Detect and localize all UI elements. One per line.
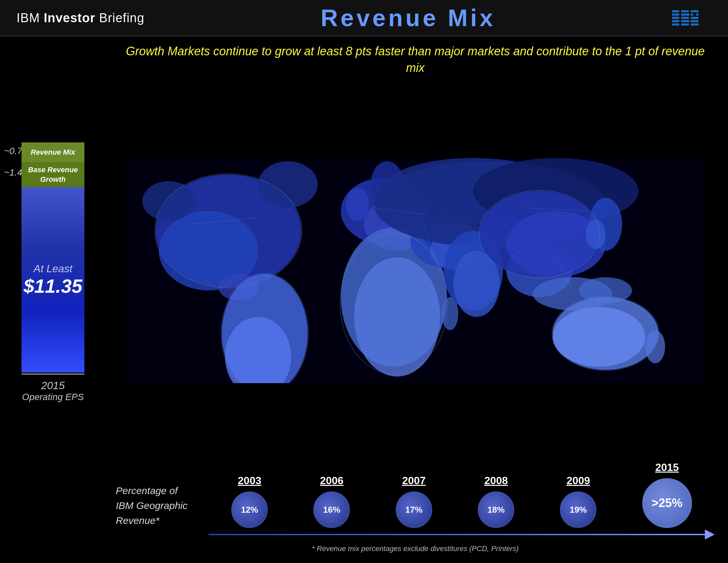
svg-rect-3 <box>672 20 679 22</box>
bar-main-value: $11.35 <box>23 275 82 297</box>
arrow-head-icon <box>705 530 715 540</box>
timeline-years: 2003 12% 2006 16% 2007 17% 20 <box>208 461 715 531</box>
logo-text-ibm: IBM <box>17 11 44 25</box>
svg-rect-7 <box>681 17 689 19</box>
right-panel: Growth Markets continue to grow at least… <box>103 36 728 563</box>
year-col-2007: 2007 17% <box>396 475 432 528</box>
year-col-2006: 2006 16% <box>313 475 350 528</box>
year-label-2007: 2007 <box>402 475 426 487</box>
bar-year-label: 2015 <box>22 380 84 392</box>
pct-circle-2009: 19% <box>560 492 596 528</box>
header: IBM Investor Briefing Revenue Mix <box>0 0 728 36</box>
svg-rect-1 <box>672 14 679 16</box>
header-logo: IBM Investor Briefing <box>17 11 144 25</box>
svg-point-47 <box>645 330 665 363</box>
svg-rect-13 <box>691 17 699 19</box>
svg-point-46 <box>553 307 645 367</box>
ibm-logo-icon <box>672 10 711 26</box>
main-content: ~0.70 ~1.45 Revenue Mix Base Revenue Gro… <box>0 36 728 563</box>
svg-rect-12 <box>696 14 699 16</box>
timeline-row: Percentage of IBM Geographic Revenue* 20… <box>116 458 715 531</box>
pct-circle-2015: >25% <box>642 478 692 528</box>
svg-rect-5 <box>681 10 689 12</box>
pct-circle-2003: 12% <box>231 492 268 528</box>
svg-point-19 <box>258 161 318 208</box>
svg-rect-15 <box>691 23 699 25</box>
pct-circle-2007: 17% <box>396 492 432 528</box>
left-panel: ~0.70 ~1.45 Revenue Mix Base Revenue Gro… <box>0 36 103 563</box>
svg-rect-9 <box>681 23 689 25</box>
bar-bottom-label: 2015 Operating EPS <box>22 380 84 402</box>
page-title: Revenue Mix <box>321 4 495 31</box>
page: IBM Investor Briefing Revenue Mix <box>0 0 728 563</box>
year-col-2008: 2008 18% <box>478 475 514 528</box>
svg-rect-14 <box>691 20 699 22</box>
svg-rect-6 <box>681 14 689 16</box>
bar-chart: Revenue Mix Base Revenue Growth At Least… <box>22 142 84 402</box>
ibm-logo <box>672 10 711 26</box>
timeline-label-line3: Revenue* <box>116 513 208 528</box>
svg-rect-11 <box>691 14 693 16</box>
bar-eps-label: Operating EPS <box>22 392 84 402</box>
timeline-label-line1: Percentage of <box>116 483 208 498</box>
arrow-container <box>208 530 715 540</box>
svg-point-26 <box>346 188 369 221</box>
year-label-2009: 2009 <box>567 475 590 487</box>
bar-segment-revenue-mix: Revenue Mix <box>22 142 84 162</box>
svg-point-44 <box>586 219 606 249</box>
svg-rect-2 <box>672 17 679 19</box>
year-label-2003: 2003 <box>238 475 261 487</box>
bar-at-least-label: At Least <box>23 262 82 275</box>
bar-segment-base: Base Revenue Growth <box>22 162 84 187</box>
year-col-2009: 2009 19% <box>560 475 596 528</box>
svg-rect-4 <box>672 23 679 25</box>
logo-text-investor: Investor <box>44 11 95 25</box>
logo-text-briefing: Briefing <box>95 11 144 25</box>
arrow-line <box>208 534 705 535</box>
year-label-2006: 2006 <box>320 475 343 487</box>
year-label-2008: 2008 <box>484 475 508 487</box>
world-map <box>126 158 705 383</box>
svg-rect-10 <box>691 10 699 12</box>
timeline-label-line2: IBM Geographic <box>116 498 208 513</box>
bar-main: At Least $11.35 <box>22 187 84 373</box>
pct-circle-2006: 16% <box>313 492 350 528</box>
svg-rect-0 <box>672 10 679 12</box>
subtitle: Growth Markets continue to grow at least… <box>116 43 715 76</box>
pct-circle-2008: 18% <box>478 492 514 528</box>
year-label-2015: 2015 <box>655 461 679 474</box>
timeline-label: Percentage of IBM Geographic Revenue* <box>116 483 208 531</box>
footnote: * Revenue mix percentages exclude divest… <box>116 544 715 556</box>
year-col-2015: 2015 >25% <box>642 461 692 528</box>
map-container <box>116 83 715 458</box>
bar-separator <box>22 374 84 375</box>
svg-rect-8 <box>681 20 689 22</box>
arrow-row <box>116 530 715 540</box>
svg-point-20 <box>142 181 195 221</box>
year-col-2003: 2003 12% <box>231 475 268 528</box>
bar-main-text: At Least $11.35 <box>23 262 82 297</box>
